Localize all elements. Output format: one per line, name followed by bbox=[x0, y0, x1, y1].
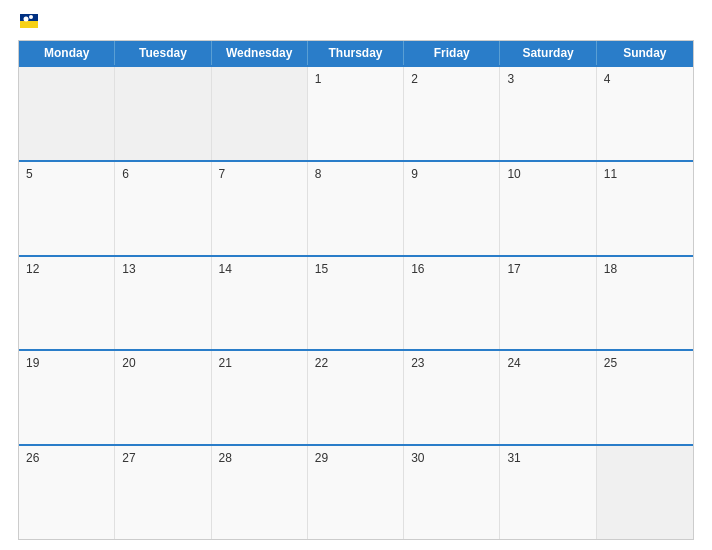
logo-flag-icon bbox=[20, 14, 38, 28]
calendar-cell: 6 bbox=[115, 162, 211, 255]
day-number: 6 bbox=[122, 167, 203, 181]
header-day-friday: Friday bbox=[404, 41, 500, 65]
day-number: 7 bbox=[219, 167, 300, 181]
calendar: MondayTuesdayWednesdayThursdayFridaySatu… bbox=[18, 40, 694, 540]
svg-point-2 bbox=[24, 17, 29, 22]
calendar-cell: 5 bbox=[19, 162, 115, 255]
day-number: 29 bbox=[315, 451, 396, 465]
day-number: 8 bbox=[315, 167, 396, 181]
calendar-cell: 23 bbox=[404, 351, 500, 444]
calendar-cell: 11 bbox=[597, 162, 693, 255]
day-number: 2 bbox=[411, 72, 492, 86]
calendar-row-2: 567891011 bbox=[19, 160, 693, 255]
calendar-cell: 19 bbox=[19, 351, 115, 444]
calendar-cell: 29 bbox=[308, 446, 404, 539]
calendar-cell: 1 bbox=[308, 67, 404, 160]
header-day-thursday: Thursday bbox=[308, 41, 404, 65]
day-number: 17 bbox=[507, 262, 588, 276]
day-number: 12 bbox=[26, 262, 107, 276]
svg-rect-0 bbox=[20, 14, 38, 21]
day-number: 1 bbox=[315, 72, 396, 86]
day-number: 10 bbox=[507, 167, 588, 181]
day-number: 25 bbox=[604, 356, 686, 370]
day-number: 30 bbox=[411, 451, 492, 465]
day-number: 31 bbox=[507, 451, 588, 465]
calendar-cell: 15 bbox=[308, 257, 404, 350]
calendar-cell: 10 bbox=[500, 162, 596, 255]
calendar-cell: 13 bbox=[115, 257, 211, 350]
day-number: 27 bbox=[122, 451, 203, 465]
logo bbox=[18, 14, 38, 28]
day-number: 4 bbox=[604, 72, 686, 86]
calendar-cell bbox=[115, 67, 211, 160]
header-day-tuesday: Tuesday bbox=[115, 41, 211, 65]
day-number: 21 bbox=[219, 356, 300, 370]
day-number: 9 bbox=[411, 167, 492, 181]
day-number: 24 bbox=[507, 356, 588, 370]
day-number: 3 bbox=[507, 72, 588, 86]
calendar-cell: 20 bbox=[115, 351, 211, 444]
calendar-cell: 22 bbox=[308, 351, 404, 444]
calendar-cell: 9 bbox=[404, 162, 500, 255]
calendar-cell: 4 bbox=[597, 67, 693, 160]
day-number: 26 bbox=[26, 451, 107, 465]
calendar-row-4: 19202122232425 bbox=[19, 349, 693, 444]
header-day-wednesday: Wednesday bbox=[212, 41, 308, 65]
calendar-cell bbox=[19, 67, 115, 160]
calendar-row-3: 12131415161718 bbox=[19, 255, 693, 350]
day-number: 22 bbox=[315, 356, 396, 370]
calendar-cell: 12 bbox=[19, 257, 115, 350]
svg-rect-1 bbox=[20, 21, 38, 28]
calendar-cell: 30 bbox=[404, 446, 500, 539]
day-number: 19 bbox=[26, 356, 107, 370]
calendar-cell bbox=[597, 446, 693, 539]
calendar-cell: 24 bbox=[500, 351, 596, 444]
day-number: 15 bbox=[315, 262, 396, 276]
calendar-cell: 3 bbox=[500, 67, 596, 160]
day-number: 23 bbox=[411, 356, 492, 370]
header-day-sunday: Sunday bbox=[597, 41, 693, 65]
day-number: 13 bbox=[122, 262, 203, 276]
calendar-cell: 17 bbox=[500, 257, 596, 350]
calendar-cell: 28 bbox=[212, 446, 308, 539]
header-day-saturday: Saturday bbox=[500, 41, 596, 65]
svg-point-3 bbox=[29, 15, 33, 19]
day-number: 5 bbox=[26, 167, 107, 181]
calendar-row-1: 1234 bbox=[19, 65, 693, 160]
day-number: 20 bbox=[122, 356, 203, 370]
page: MondayTuesdayWednesdayThursdayFridaySatu… bbox=[0, 0, 712, 550]
calendar-cell: 26 bbox=[19, 446, 115, 539]
calendar-cell: 7 bbox=[212, 162, 308, 255]
calendar-cell: 14 bbox=[212, 257, 308, 350]
calendar-header: MondayTuesdayWednesdayThursdayFridaySatu… bbox=[19, 41, 693, 65]
calendar-cell: 16 bbox=[404, 257, 500, 350]
day-number: 18 bbox=[604, 262, 686, 276]
calendar-cell: 31 bbox=[500, 446, 596, 539]
calendar-cell: 8 bbox=[308, 162, 404, 255]
day-number: 14 bbox=[219, 262, 300, 276]
day-number: 11 bbox=[604, 167, 686, 181]
calendar-row-5: 262728293031 bbox=[19, 444, 693, 539]
calendar-cell: 18 bbox=[597, 257, 693, 350]
header bbox=[18, 10, 694, 32]
day-number: 28 bbox=[219, 451, 300, 465]
day-number: 16 bbox=[411, 262, 492, 276]
header-day-monday: Monday bbox=[19, 41, 115, 65]
calendar-cell: 21 bbox=[212, 351, 308, 444]
calendar-body: 1234567891011121314151617181920212223242… bbox=[19, 65, 693, 539]
calendar-cell: 2 bbox=[404, 67, 500, 160]
calendar-cell: 27 bbox=[115, 446, 211, 539]
calendar-cell bbox=[212, 67, 308, 160]
calendar-cell: 25 bbox=[597, 351, 693, 444]
